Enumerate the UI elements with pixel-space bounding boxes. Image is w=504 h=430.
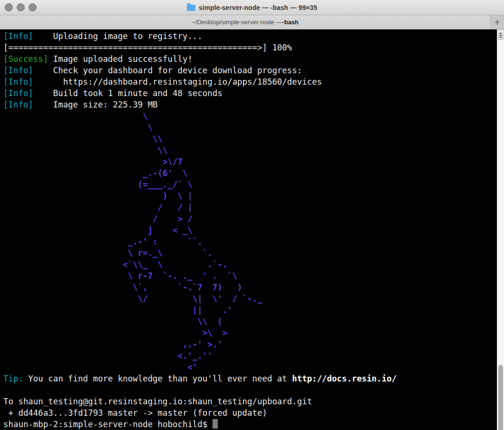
terminal-line: / / | <box>3 202 497 213</box>
terminal-line: [Info] https://dashboard.resinstaging.io… <box>3 76 497 88</box>
terminal-line: <`\\_ \ .`-. <box>3 259 497 270</box>
terminal-line: \ r-7 `-. ._ ' . `\ <box>3 270 497 282</box>
terminal-line: [Info] Build took 1 minute and 48 second… <box>3 88 497 99</box>
terminal-line: [Info] Image size: 225.39 MB <box>3 99 497 110</box>
terminal-line: ,.-' >.' <box>3 339 497 350</box>
terminal-line: \ <box>3 110 497 122</box>
terminal-line: <.'_.'' <box>3 350 497 362</box>
terminal-cursor <box>213 419 218 429</box>
terminal-line: To shaun_testing@git.resinstaging.io:sha… <box>3 396 497 407</box>
tab-title-path: ~/Desktop/simple-server-node — <box>192 19 282 26</box>
scrollbar-thumb[interactable] <box>498 365 503 430</box>
plus-icon: + <box>494 17 500 27</box>
terminal-line: j < _\ <box>3 225 497 236</box>
tab-title-process: -bash <box>282 19 299 26</box>
terminal-line: shaun-mbp-2:simple-server-node hobochild… <box>3 419 497 430</box>
terminal-line: <' <box>3 362 497 373</box>
title-bar[interactable]: simple-server-node — -bash — 99×35 <box>0 0 504 15</box>
terminal-line: _.-' : ``. <box>3 236 497 247</box>
terminal-line: || .' <box>3 304 497 316</box>
terminal-line <box>3 384 497 396</box>
terminal-line: >\/7 <box>3 156 497 167</box>
terminal-output: [Info] Uploading image to registry...[==… <box>3 30 497 430</box>
split-pane-icon <box>499 33 502 34</box>
terminal-line: >\ > <box>3 327 497 339</box>
terminal-line: \/ \| \' / `-._ <box>3 293 497 304</box>
terminal-line: \ <box>3 122 497 133</box>
terminal-line: \\ <box>3 133 497 145</box>
terminal-line: (=___._/` \ <box>3 179 497 190</box>
terminal-line: \ r=._\ `. <box>3 247 497 259</box>
new-tab-button[interactable]: + <box>490 15 504 29</box>
terminal-line: \\ <box>3 145 497 156</box>
terminal-line: + dd446a3...3fd1793 master -> master (fo… <box>3 407 497 419</box>
folder-icon <box>187 5 195 11</box>
tab-bash[interactable]: ~/Desktop/simple-server-node — -bash <box>0 15 490 29</box>
terminal-line: [Success] Image uploaded successfully! <box>3 53 497 65</box>
terminal-window: simple-server-node — -bash — 99×35 ~/Des… <box>0 0 504 430</box>
split-pane-button[interactable] <box>498 30 504 40</box>
terminal-line: [Info] Uploading image to registry... <box>3 30 497 42</box>
terminal-line: Tip: You can find more knowledge than yo… <box>3 373 497 384</box>
terminal-line: \`, `-.`7 7) ) <box>3 282 497 293</box>
terminal-line: [Info] Check your dashboard for device d… <box>3 65 497 76</box>
terminal-line: _.-(6' \ <box>3 167 497 179</box>
window-title: simple-server-node — -bash — 99×35 <box>199 4 317 11</box>
terminal-line: [=======================================… <box>3 42 497 53</box>
tab-bar: ~/Desktop/simple-server-node — -bash + <box>0 15 504 29</box>
terminal-line: \\ ( <box>3 316 497 327</box>
scrollbar[interactable] <box>497 29 504 430</box>
terminal-line: ) \ | <box>3 190 497 202</box>
terminal-line: / > / <box>3 213 497 225</box>
terminal-content[interactable]: [Info] Uploading image to registry...[==… <box>0 29 497 430</box>
